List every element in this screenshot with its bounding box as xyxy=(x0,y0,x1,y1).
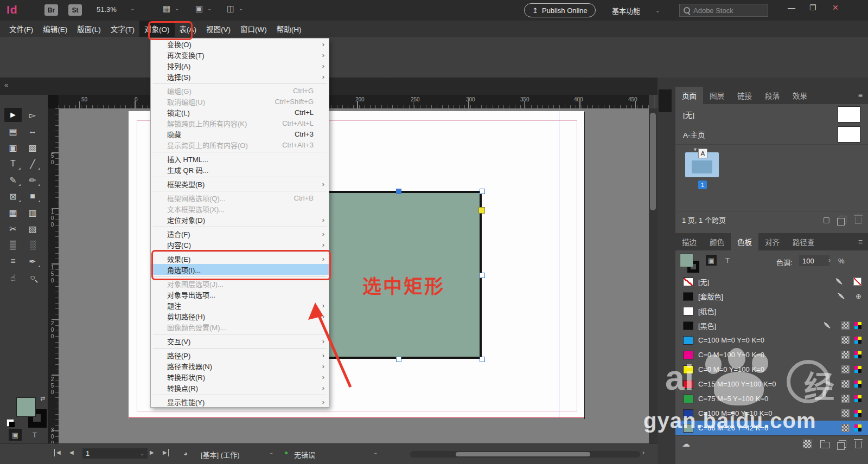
new-group-folder-icon[interactable] xyxy=(820,442,830,448)
page-chevron-icon[interactable]: ⌄ xyxy=(140,451,144,456)
[纸色][interactable]: [纸色] xyxy=(675,304,868,318)
menu-item[interactable]: 对象导出选项... xyxy=(151,289,329,300)
stock-button[interactable]: St xyxy=(68,4,82,16)
delete-page-icon[interactable] xyxy=(855,217,861,224)
menu-item[interactable]: 再次变换(T) › xyxy=(151,49,329,60)
zoom-tool[interactable]: ○ xyxy=(24,270,41,285)
next-page-icon[interactable]: ▶ xyxy=(150,449,154,455)
menubar-item[interactable]: 版面(L) xyxy=(72,21,106,37)
C=100 M=0 Y=0 K=0[interactable]: C=100 M=0 Y=0 K=0 xyxy=(675,333,868,347)
menu-item[interactable]: 图像颜色设置(M)... xyxy=(151,321,329,332)
page-number-field[interactable]: 1 ⌄ xyxy=(82,448,148,459)
menubar-item[interactable]: 视图(V) xyxy=(201,21,235,37)
menu-item[interactable]: 排列(A) › xyxy=(151,60,329,71)
preset-chevron-icon[interactable]: ⌄ xyxy=(269,449,273,455)
menubar-item[interactable]: 编辑(E) xyxy=(38,21,72,37)
panel-tab[interactable]: 链接 xyxy=(731,87,758,104)
format-text-button[interactable]: T xyxy=(28,429,41,441)
[套版色][interactable]: [套版色] ✎ ⊕ xyxy=(675,289,868,304)
[无][interactable]: [无] xyxy=(675,104,868,124)
C=0 M=100 Y=0 K=0[interactable]: C=0 M=100 Y=0 K=0 xyxy=(675,347,868,362)
panel-tab[interactable]: 页面 xyxy=(675,87,703,104)
panel-menu-icon[interactable]: ≡ xyxy=(853,87,868,104)
gap-tool[interactable]: ↔ xyxy=(24,124,41,138)
selection-handle[interactable] xyxy=(480,357,485,362)
note-tool[interactable]: ≡ xyxy=(4,254,22,268)
menu-item[interactable]: 框架网格选项(Q)... Ctrl+B xyxy=(151,192,329,203)
menubar-item[interactable]: 文件(F) xyxy=(4,21,38,37)
bridge-button[interactable]: Br xyxy=(44,4,58,16)
screen-mode-chevron-icon[interactable]: ⌄ xyxy=(207,5,212,11)
menubar-item[interactable]: 窗口(W) xyxy=(235,21,272,37)
selection-handle[interactable] xyxy=(480,189,485,194)
hand-tool[interactable]: ☝ xyxy=(4,270,22,285)
content-collector-tool[interactable]: ▣ xyxy=(4,140,22,154)
C=15 M=100 Y=100 K=0[interactable]: C=15 M=100 Y=100 K=0 xyxy=(675,377,868,391)
eyedropper-tool[interactable]: ✒ xyxy=(24,254,41,268)
menu-item[interactable]: 内容(C) › xyxy=(151,239,329,250)
last-page-icon[interactable]: ▶ xyxy=(163,449,167,455)
free-transform-tool[interactable]: ▧ xyxy=(24,222,41,236)
C=0 M=0 Y=100 K=0[interactable]: C=0 M=0 Y=100 K=0 xyxy=(675,362,868,377)
A-主页[interactable]: A-主页 xyxy=(675,124,868,144)
preflight-icon[interactable]: ◕ xyxy=(183,449,188,457)
preflight-preset[interactable]: [基本] (工作) xyxy=(201,449,240,460)
type-tool[interactable]: T xyxy=(4,157,22,171)
horizontal-scrollbar[interactable] xyxy=(410,451,640,457)
panel-menu-icon[interactable]: ≡ xyxy=(853,233,868,250)
canvas-viewport[interactable]: 选中矩形 xyxy=(59,108,649,443)
C=100 M=90 Y=10 K=0[interactable]: C=100 M=90 Y=10 K=0 xyxy=(675,406,868,421)
gradient-tool[interactable]: ▒ xyxy=(4,238,22,252)
panel-tab[interactable]: 描边 xyxy=(675,233,703,250)
pen-tool[interactable]: ✎ xyxy=(4,173,22,187)
collapse-panels-icon[interactable]: « xyxy=(4,81,8,89)
fill-proxy[interactable] xyxy=(680,254,693,267)
restore-button[interactable]: ❐ xyxy=(809,3,816,12)
cc-libraries-icon[interactable]: ☁ xyxy=(682,439,690,449)
menu-item[interactable]: 定位对象(D) › xyxy=(151,214,329,225)
menu-item[interactable]: 显示性能(Y) › xyxy=(151,396,329,407)
menu-item[interactable]: 路径查找器(N) › xyxy=(151,360,329,371)
publish-online-button[interactable]: ↥ Publish Online xyxy=(524,3,596,17)
selection-handle[interactable] xyxy=(480,273,485,278)
panel-tab[interactable]: 颜色 xyxy=(703,233,731,250)
menu-item[interactable]: 文本框架选项(X)... xyxy=(151,203,329,214)
frame-tool[interactable]: ⊠ xyxy=(4,189,22,203)
page-tool[interactable]: ▤ xyxy=(4,124,22,138)
edit-page-size-icon[interactable]: ▢ xyxy=(823,215,830,224)
new-spread-icon[interactable] xyxy=(839,216,846,223)
panel-tab[interactable]: 色板 xyxy=(731,233,758,250)
C=66 M=26 Y=42 K=0[interactable]: C=66 M=26 Y=42 K=0 xyxy=(675,421,868,435)
menu-item[interactable]: 变换(O) › xyxy=(151,38,329,49)
[黑色][interactable]: [黑色] ✎ xyxy=(675,318,868,333)
ruler-corner[interactable] xyxy=(48,95,59,108)
menubar-item[interactable]: 文字(T) xyxy=(106,21,139,37)
first-page-icon[interactable]: ◀ xyxy=(56,449,61,455)
menu-item[interactable]: 取消编组(U) Ctrl+Shift+G xyxy=(151,96,329,107)
pencil-tool[interactable]: ✏ xyxy=(24,173,41,187)
arrange-docs-icon[interactable]: ◫ xyxy=(227,4,234,14)
view-options-chevron-icon[interactable]: ⌄ xyxy=(175,5,179,11)
dock-expander[interactable] xyxy=(659,89,672,112)
menu-item[interactable]: 锁定(L) Ctrl+L xyxy=(151,107,329,118)
selection-tool[interactable]: ► xyxy=(4,108,22,122)
menu-item[interactable]: 适合(F) › xyxy=(151,228,329,239)
menu-item[interactable]: 生成 QR 码... xyxy=(151,164,329,175)
first-page-icon[interactable] xyxy=(54,449,55,456)
menubar-item[interactable]: 帮助(H) xyxy=(272,21,307,37)
adobe-stock-search[interactable]: Adobe Stock xyxy=(679,4,768,17)
panel-tab[interactable]: 路径查 xyxy=(786,233,821,250)
selection-handle[interactable] xyxy=(396,357,401,362)
menu-item[interactable]: 编组(G) Ctrl+G xyxy=(151,85,329,96)
menu-item[interactable]: 插入 HTML... xyxy=(151,153,329,164)
scissors-tool[interactable]: ✂ xyxy=(4,222,22,236)
selection-handle[interactable] xyxy=(396,189,401,194)
menu-item[interactable]: 题注 › xyxy=(151,300,329,311)
format-container-button[interactable]: ▣ xyxy=(706,255,717,266)
errors-chevron-icon[interactable]: ⌄ xyxy=(373,449,378,455)
vertical-scrollbar-thumb[interactable] xyxy=(650,113,656,210)
menu-item[interactable]: 交互(V) › xyxy=(151,336,329,346)
menu-item[interactable]: 隐藏 Ctrl+3 xyxy=(151,128,329,139)
fill-stroke-proxy[interactable]: ⇄ xyxy=(7,397,41,430)
fill-proxy[interactable] xyxy=(16,397,36,417)
